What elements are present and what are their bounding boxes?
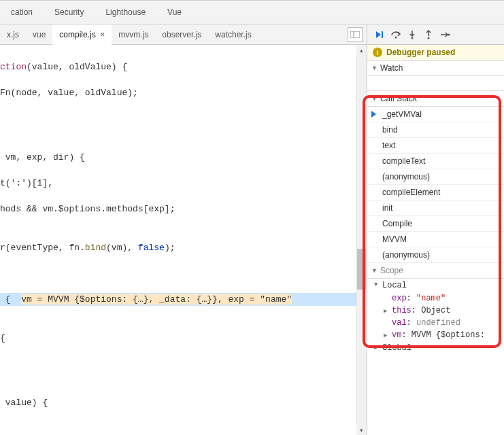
info-icon: i bbox=[373, 48, 382, 57]
scope-variable[interactable]: ▶ vm: MVVM {$options: bbox=[367, 329, 504, 341]
editor-pane: x.js vue compile.js × mvvm.js observer.j… bbox=[0, 24, 367, 435]
step-over-button[interactable] bbox=[388, 27, 404, 43]
stack-frame-label: compileText bbox=[382, 156, 425, 166]
scope-var-value: undefined bbox=[416, 318, 460, 328]
svg-point-9 bbox=[448, 33, 450, 35]
scope-var-name: val bbox=[392, 318, 407, 328]
scroll-down-icon[interactable]: ▾ bbox=[356, 425, 367, 435]
execution-line: { vm = MVVM {$options: {…}, _data: {…}},… bbox=[0, 293, 364, 306]
editor-scrollbar[interactable]: ▴ ▾ bbox=[356, 45, 367, 435]
file-tab-compilejs[interactable]: compile.js × bbox=[52, 24, 112, 44]
chevron-down-icon: ▼ bbox=[374, 281, 377, 288]
code-token: r(eventType, fn. bbox=[0, 241, 85, 254]
code-token: vm, exp, dir) { bbox=[0, 151, 85, 164]
code-token: bind bbox=[85, 241, 106, 254]
svg-rect-2 bbox=[382, 31, 383, 38]
code-token: value) { bbox=[0, 396, 48, 409]
code-token: (vm), bbox=[106, 241, 138, 254]
file-tab-xjs[interactable]: x.js bbox=[0, 24, 26, 44]
tab-security[interactable]: Security bbox=[44, 1, 95, 24]
stack-frame-label: _getVMVal bbox=[382, 109, 422, 119]
step-button[interactable] bbox=[437, 27, 453, 43]
file-tab-label: vue bbox=[33, 30, 46, 39]
watch-empty bbox=[367, 76, 504, 91]
tab-application[interactable]: cation bbox=[0, 1, 44, 24]
stack-frame[interactable]: bind bbox=[367, 122, 504, 138]
chevron-right-icon: ▶ bbox=[374, 344, 377, 351]
scope-local-label: Local bbox=[382, 281, 407, 290]
chevron-down-icon: ▼ bbox=[371, 95, 377, 102]
scope-var-value: "name" bbox=[416, 294, 446, 303]
svg-point-5 bbox=[411, 37, 414, 39]
scroll-up-icon[interactable]: ▴ bbox=[356, 45, 367, 55]
stack-frame[interactable]: _getVMVal bbox=[367, 107, 504, 122]
svg-point-3 bbox=[395, 36, 397, 38]
watch-section-header[interactable]: ▼ Watch bbox=[367, 60, 504, 76]
tab-lighthouse[interactable]: Lighthouse bbox=[95, 1, 156, 24]
scope-variable[interactable]: ▶ this: Object bbox=[367, 304, 504, 317]
file-tab-mvvmjs[interactable]: mvvm.js bbox=[112, 24, 155, 44]
scrollbar-thumb[interactable] bbox=[357, 249, 366, 290]
code-token: { bbox=[0, 294, 21, 304]
file-tab-label: x.js bbox=[7, 30, 19, 39]
watch-label: Watch bbox=[380, 63, 403, 73]
resume-button[interactable] bbox=[371, 27, 388, 43]
chevron-down-icon: ▼ bbox=[371, 267, 377, 274]
callstack-section-header[interactable]: ▼ Call Stack bbox=[367, 91, 504, 107]
stack-frame[interactable]: Compile bbox=[367, 216, 504, 232]
code-token: hods && vm.$options.methods[exp]; bbox=[0, 203, 175, 215]
svg-rect-0 bbox=[350, 31, 360, 38]
stack-frame[interactable]: MVVM bbox=[367, 232, 504, 247]
chevron-right-icon: ▶ bbox=[384, 332, 387, 339]
stack-frame[interactable]: compileText bbox=[367, 154, 504, 169]
debugger-pane: i Debugger paused ▼ Watch ▼ Call Stack _… bbox=[367, 24, 504, 435]
code-token: ction bbox=[0, 60, 27, 73]
scope-global-header[interactable]: ▶ Global bbox=[367, 341, 504, 355]
inline-value: exp = "name" bbox=[228, 294, 292, 304]
file-tab-label: watcher.js bbox=[215, 30, 251, 39]
code-token: Fn(node, value, oldValue); bbox=[0, 86, 138, 99]
stack-frame[interactable]: compileElement bbox=[367, 185, 504, 201]
code-token: (value, oldValue) { bbox=[27, 60, 127, 73]
file-tab-observerjs[interactable]: observer.js bbox=[155, 24, 208, 44]
scope-var-name: exp bbox=[392, 294, 407, 303]
inline-value: vm = MVVM {$options: {…}, _data: {…}} bbox=[21, 294, 218, 304]
scope-section-header[interactable]: ▼ Scope bbox=[367, 263, 504, 279]
stack-frame-label: text bbox=[382, 141, 395, 150]
chevron-right-icon: ▶ bbox=[384, 307, 387, 315]
scope-label: Scope bbox=[380, 266, 403, 275]
scope-variable[interactable]: val: undefined bbox=[367, 317, 504, 329]
code-token: , bbox=[218, 294, 229, 304]
debugger-paused-label: Debugger paused bbox=[386, 48, 455, 57]
close-icon[interactable]: × bbox=[100, 29, 105, 39]
debugger-toolbar bbox=[367, 24, 504, 45]
scope-var-name: vm bbox=[392, 330, 401, 340]
stack-frame-label: MVVM bbox=[382, 234, 407, 244]
file-tabs-toolbar bbox=[343, 27, 367, 42]
file-tab-label: compile.js bbox=[59, 30, 95, 39]
file-tab-vue[interactable]: vue bbox=[26, 24, 52, 44]
tab-vue[interactable]: Vue bbox=[156, 1, 192, 24]
file-tab-watcherjs[interactable]: watcher.js bbox=[208, 24, 258, 44]
file-tabs: x.js vue compile.js × mvvm.js observer.j… bbox=[0, 24, 367, 45]
scope-var-value: Object bbox=[421, 306, 450, 315]
stack-frame[interactable]: init bbox=[367, 201, 504, 216]
stack-frame-label: Compile bbox=[382, 219, 412, 228]
scope-var-value: MVVM {$options: bbox=[411, 330, 485, 340]
scope-variable[interactable]: exp: "name" bbox=[367, 292, 504, 304]
stack-frame[interactable]: (anonymous) bbox=[367, 247, 504, 263]
stack-frame[interactable]: text bbox=[367, 138, 504, 154]
code-token: t(':')[1], bbox=[0, 177, 53, 190]
scope-local-header[interactable]: ▼ Local bbox=[367, 279, 504, 292]
file-tab-label: mvvm.js bbox=[118, 30, 148, 39]
stack-frame[interactable]: (anonymous) bbox=[367, 169, 504, 185]
code-token: { bbox=[0, 332, 5, 345]
show-navigator-icon[interactable] bbox=[348, 27, 363, 42]
callstack-list: _getVMVal bind text compileText (anonymo… bbox=[367, 107, 504, 263]
chevron-down-icon: ▼ bbox=[371, 65, 377, 71]
code-editor[interactable]: ction(value, oldValue) { Fn(node, value,… bbox=[0, 45, 367, 435]
stack-frame-label: (anonymous) bbox=[382, 172, 430, 181]
step-out-button[interactable] bbox=[420, 27, 437, 43]
step-into-button[interactable] bbox=[404, 27, 420, 43]
stack-frame-label: init bbox=[382, 203, 392, 213]
